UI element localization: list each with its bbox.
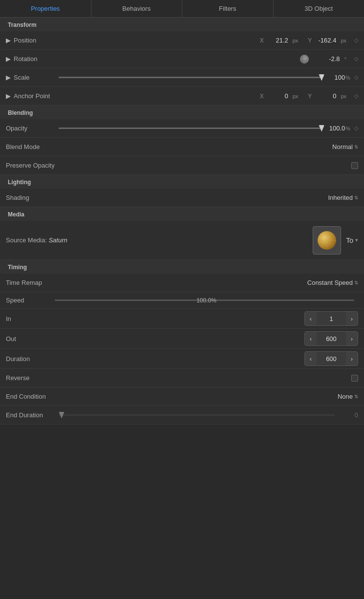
blend-mode-select[interactable]: Normal ⇅: [332, 143, 358, 150]
opacity-value[interactable]: 100.0: [325, 125, 345, 132]
time-remap-value[interactable]: Constant Speed ⇅: [69, 279, 358, 286]
opacity-unit: %: [345, 126, 350, 131]
anchor-point-label[interactable]: ▶ Anchor Point: [6, 92, 55, 100]
anchor-x-unit: px: [293, 93, 299, 99]
duration-increment-button[interactable]: ›: [346, 352, 358, 365]
blend-mode-chevron-icon: ⇅: [354, 144, 358, 150]
in-value-container: ‹ 1 ›: [69, 311, 358, 326]
media-section-header: Media: [0, 207, 364, 221]
media-thumbnail[interactable]: [313, 226, 341, 255]
position-label[interactable]: ▶ Position: [6, 37, 55, 44]
reverse-value: [69, 375, 358, 382]
scale-label[interactable]: ▶ Scale: [6, 74, 55, 81]
blend-mode-row: Blend Mode Normal ⇅: [0, 138, 364, 156]
blend-mode-value[interactable]: Normal ⇅: [69, 143, 358, 150]
scale-expand-icon: ▶: [6, 74, 11, 81]
anchor-x-value[interactable]: 0: [269, 92, 288, 100]
to-label: To: [346, 236, 353, 244]
preserve-opacity-checkbox[interactable]: [351, 162, 358, 169]
opacity-label: Opacity: [6, 125, 55, 132]
reverse-checkbox[interactable]: [351, 375, 358, 382]
out-increment-button[interactable]: ›: [346, 332, 358, 345]
time-remap-chevron-icon: ⇅: [354, 280, 358, 285]
shading-select[interactable]: Inherited ⇅: [328, 194, 358, 201]
anchor-y-axis: Y: [308, 93, 312, 100]
source-media-name: Saturn: [48, 236, 67, 244]
duration-decrement-button[interactable]: ‹: [305, 352, 317, 365]
lighting-section-header: Lighting: [0, 175, 364, 189]
scale-row: ▶ Scale 100 % ◇: [0, 68, 364, 87]
end-duration-label: End Duration: [6, 411, 55, 419]
position-keyframe-icon[interactable]: ◇: [354, 37, 358, 43]
end-duration-value: 0: [339, 411, 358, 419]
position-y-value[interactable]: -162.4: [317, 37, 336, 44]
end-condition-chevron-icon: ⇅: [354, 394, 358, 399]
anchor-y-value[interactable]: 0: [317, 92, 336, 100]
in-value[interactable]: 1: [317, 315, 346, 322]
position-y-axis: Y: [308, 37, 312, 44]
rotation-value[interactable]: -2.8: [321, 55, 340, 63]
duration-value[interactable]: 600: [317, 355, 346, 363]
scale-keyframe-icon[interactable]: ◇: [354, 74, 358, 81]
scale-unit: %: [345, 75, 350, 81]
out-row: Out ‹ 600 ›: [0, 329, 364, 349]
planet-saturn-icon: [318, 231, 336, 250]
end-duration-slider-track[interactable]: [59, 414, 335, 416]
end-condition-label: End Condition: [6, 393, 69, 400]
out-value-container: ‹ 600 ›: [69, 331, 358, 346]
preserve-opacity-label: Preserve Opacity: [6, 162, 69, 169]
in-increment-button[interactable]: ›: [346, 312, 358, 325]
position-x-value[interactable]: 21.2: [269, 37, 288, 44]
in-label: In: [6, 315, 69, 322]
position-x-unit: px: [293, 38, 299, 43]
out-label: Out: [6, 335, 69, 342]
end-condition-row: End Condition None ⇅: [0, 387, 364, 406]
end-condition-value[interactable]: None ⇅: [69, 393, 358, 400]
timing-section-header: Timing: [0, 260, 364, 274]
out-stepper[interactable]: ‹ 600 ›: [304, 331, 358, 346]
in-stepper[interactable]: ‹ 1 ›: [304, 311, 358, 326]
tab-behaviors[interactable]: Behaviors: [91, 0, 183, 17]
reverse-row: Reverse: [0, 369, 364, 387]
out-decrement-button[interactable]: ‹: [305, 332, 317, 345]
rotation-fields: -2.8 ° ◇: [55, 55, 358, 64]
speed-row: Speed 100.0%: [0, 292, 364, 309]
position-row: ▶ Position X 21.2 px Y -162.4 px ◇: [0, 31, 364, 50]
time-remap-row: Time Remap Constant Speed ⇅: [0, 274, 364, 292]
opacity-row: Opacity 100.0 % ◇: [0, 119, 364, 138]
speed-label: Speed: [6, 297, 55, 304]
time-remap-label: Time Remap: [6, 279, 69, 286]
in-decrement-button[interactable]: ‹: [305, 312, 317, 325]
opacity-slider-track[interactable]: [59, 128, 321, 129]
rotation-dial[interactable]: [300, 55, 309, 64]
end-condition-select[interactable]: None ⇅: [338, 393, 358, 400]
shading-row: Shading Inherited ⇅: [0, 189, 364, 207]
rotation-row: ▶ Rotation -2.8 ° ◇: [0, 50, 364, 68]
anchor-expand-icon: ▶: [6, 92, 11, 100]
blend-mode-label: Blend Mode: [6, 143, 69, 150]
anchor-x-axis: X: [260, 93, 264, 100]
scale-value[interactable]: 100: [325, 74, 345, 81]
time-remap-select[interactable]: Constant Speed ⇅: [307, 279, 358, 286]
speed-slider-track[interactable]: [55, 300, 354, 301]
scale-slider-track[interactable]: [59, 77, 321, 78]
anchor-point-row: ▶ Anchor Point X 0 px Y 0 px ◇: [0, 87, 364, 106]
shading-value[interactable]: Inherited ⇅: [69, 194, 358, 201]
speed-track-container: 100.0%: [55, 300, 358, 301]
end-duration-row: End Duration 0: [0, 406, 364, 425]
rotation-label[interactable]: ▶ Rotation: [6, 55, 55, 63]
opacity-keyframe-icon[interactable]: ◇: [354, 125, 358, 131]
out-value[interactable]: 600: [317, 335, 346, 342]
source-media-row: Source Media: Saturn To ▾: [0, 221, 364, 260]
to-button[interactable]: To ▾: [346, 236, 358, 244]
saturn-ring: [318, 239, 336, 241]
in-row: In ‹ 1 ›: [0, 309, 364, 329]
tab-properties[interactable]: Properties: [0, 0, 91, 17]
rotation-keyframe-icon[interactable]: ◇: [354, 56, 358, 62]
rotation-expand-icon: ▶: [6, 55, 11, 63]
tab-filters[interactable]: Filters: [182, 0, 274, 17]
anchor-keyframe-icon[interactable]: ◇: [354, 93, 358, 99]
to-chevron-icon: ▾: [355, 237, 358, 243]
tab-3dobject[interactable]: 3D Object: [274, 0, 364, 17]
duration-stepper[interactable]: ‹ 600 ›: [304, 351, 358, 366]
